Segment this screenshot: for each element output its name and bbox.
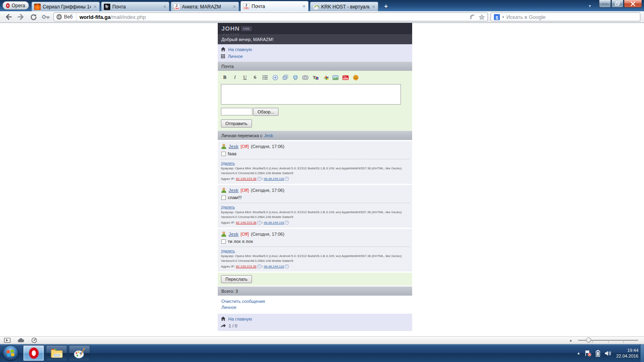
thread-header-text: Личная переписка с [221,133,262,138]
battery-icon[interactable] [596,350,600,357]
volume-icon[interactable] [605,350,612,356]
taskbar-opera-button[interactable] [23,345,44,361]
message-checkbox[interactable] [221,152,226,156]
start-button[interactable] [2,345,19,361]
send-button[interactable]: Отправить [221,119,252,128]
italic-icon[interactable]: I [232,74,238,80]
ip-primary-link[interactable]: 82.145.223.36 [236,177,256,181]
restore-icon [615,2,620,6]
ip-primary-link[interactable]: 82.145.223.36 [236,265,256,268]
ip-help-icon[interactable]: ? [285,265,289,268]
share-arrow-icon [221,324,226,328]
rss-icon[interactable] [470,14,475,20]
delete-link[interactable]: Удалить [221,161,235,165]
youtube-icon[interactable]: YouTube [343,74,349,80]
nav-home-link[interactable]: На главную [228,317,252,321]
search-bar[interactable]: g ▾ [491,12,640,21]
ip-help-icon[interactable]: ? [258,177,261,181]
search-engine-dropdown-icon[interactable]: ▾ [502,15,504,19]
author-link[interactable]: Jesk [229,144,239,149]
ip-secondary-link[interactable]: 46.48.249.116 [264,265,284,268]
ip-help-icon[interactable]: ? [258,221,261,224]
link-globe-icon[interactable] [292,74,298,80]
author-link[interactable]: Jesk [229,188,239,193]
font-color-icon[interactable]: T [312,74,318,80]
fill-color-icon[interactable] [322,74,328,80]
browse-button[interactable]: Обзор... [253,108,279,116]
delete-link[interactable]: Удалить [221,205,235,209]
camera-icon[interactable] [302,74,308,80]
show-desktop-button[interactable] [640,344,644,362]
close-tab-icon[interactable]: × [93,4,97,9]
close-tab-icon[interactable]: × [232,4,236,9]
turbo-cloud-icon[interactable] [18,338,24,343]
close-button[interactable] [624,0,642,8]
close-tab-icon[interactable]: × [163,4,167,9]
key-icon-button[interactable] [41,12,51,22]
panels-toggle-icon[interactable] [4,338,10,343]
reload-button[interactable] [29,12,38,22]
tab-krk-host[interactable]: KRK HOST - виртуальн... × [310,2,378,11]
bold-icon[interactable]: B [222,74,228,80]
taskbar-paint-button[interactable] [69,345,90,361]
ip-help-icon[interactable]: ? [285,221,289,224]
tab-pochta-active[interactable]: Почта × [240,1,309,11]
new-tab-button[interactable]: + [381,2,391,11]
restore-button[interactable] [611,0,623,8]
taskbar-explorer-button[interactable] [46,345,67,361]
tab-serial-griffiny[interactable]: Сериал Гриффины 14 ... × [31,2,100,11]
close-tab-icon[interactable]: × [302,4,306,9]
speed-gauge-icon[interactable] [31,337,37,343]
tab-title: Почта [112,4,161,10]
screen: Opera Сериал Гриффины 14 ... × Почта × А… [0,0,644,362]
web-badge[interactable]: Веб [56,13,76,21]
action-center-flag-icon[interactable] [585,350,591,356]
forward-button[interactable] [16,12,26,22]
window-controls [599,0,642,8]
zoom-slider-knob[interactable] [586,337,591,343]
url-text[interactable]: world-fifa.ga/mail/index.php [79,14,146,20]
bookmark-star-icon[interactable] [479,14,485,20]
image-icon[interactable] [332,74,339,80]
clear-messages-link[interactable]: Очистить сообщения [221,298,409,304]
back-button[interactable] [4,12,13,22]
zoom-slider[interactable] [578,337,638,344]
ip-secondary-link[interactable]: 46.48.249.116 [264,221,284,224]
personal-link[interactable]: Личное [221,304,409,311]
ip-info: Адрес IP: 82.145.223.36 ? / 46.48.249.11… [221,264,409,269]
ip-help-icon[interactable]: ? [258,265,261,268]
address-bar[interactable]: Веб world-fifa.ga/mail/index.php [54,12,488,21]
message-checkbox[interactable] [221,195,226,200]
list-icon[interactable] [262,74,268,80]
ip-help-icon[interactable]: ? [285,177,289,181]
nav-personal-link[interactable]: Личное [228,54,243,59]
smiley-icon[interactable] [353,74,359,80]
page-counter[interactable]: 1 / 0 [229,323,237,328]
file-path-input[interactable] [221,108,252,115]
minimize-button[interactable] [599,0,611,8]
tab-pochta-1[interactable]: Почта × [101,2,169,11]
delete-link[interactable]: Удалить [221,249,235,253]
copy-icon[interactable] [282,74,288,80]
tab-overflow-chevron-icon[interactable]: ▾ [589,4,591,8]
message-checkbox[interactable] [221,239,226,244]
zoom-menu-arrow-icon[interactable]: ▲ [569,339,572,342]
ip-primary-link[interactable]: 82.145.223.36 [236,221,256,224]
google-engine-icon[interactable]: g [494,14,500,20]
thread-user-link[interactable]: Jesk [264,133,273,138]
taskbar-clock[interactable]: 19:44 22.04.2016 [616,348,638,359]
tab-anketa-marazm[interactable]: Анкета: MARAZM × [171,2,239,11]
strikethrough-icon[interactable]: S [252,74,258,80]
underline-icon[interactable]: U [242,74,248,80]
forward-button[interactable]: Переслать [221,275,252,283]
message-textarea[interactable] [221,84,401,105]
author-link[interactable]: Jesk [229,232,239,237]
close-tab-icon[interactable]: × [372,4,376,9]
nav-home-link[interactable]: На главную [228,47,252,52]
ip-label: Адрес IP: [221,221,235,224]
opera-menu-button[interactable]: Opera [2,1,29,10]
tray-hidden-icons-arrow[interactable]: ▲ [577,351,580,355]
ip-secondary-link[interactable]: 46.48.249.116 [264,177,284,181]
add-icon[interactable] [272,74,278,80]
search-input[interactable] [506,14,637,20]
